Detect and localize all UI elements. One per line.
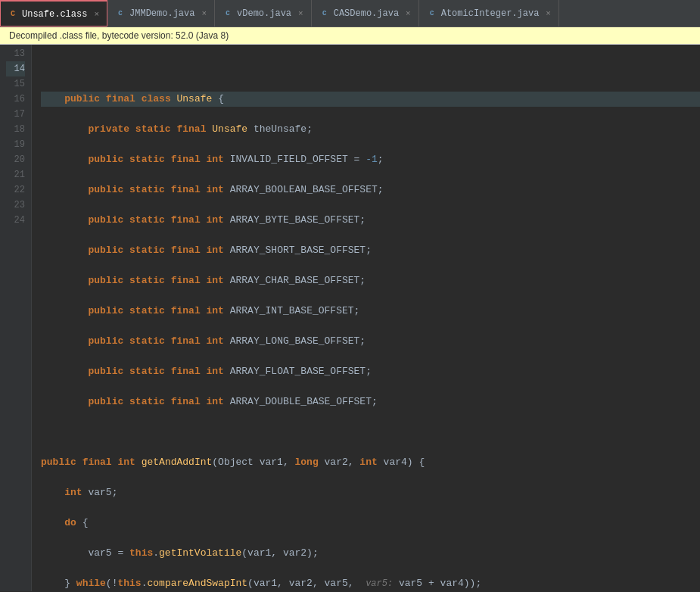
tab-icon-unsafe: C: [8, 9, 18, 20]
tab-close-vdemo[interactable]: ×: [298, 9, 303, 18]
line-number-21: 21: [6, 167, 25, 182]
code-line-15: private static final Unsafe theUnsafe;: [41, 122, 700, 137]
info-bar-text: Decompiled .class file, bytecode version…: [9, 30, 229, 41]
tab-bar: C Unsafe.class × c JMMDemo.java × c vDem…: [0, 0, 700, 27]
editor: 13 14 15 16 17 18 19 20 21 22 23 24 publ…: [0, 45, 700, 591]
tab-jmm[interactable]: c JMMDemo.java ×: [107, 0, 215, 26]
line-numbers: 13 14 15 16 17 18 19 20 21 22 23 24: [0, 45, 32, 591]
code-line-17: public static final int ARRAY_BOOLEAN_BA…: [41, 182, 700, 198]
tab-icon-casdemo: c: [319, 8, 330, 19]
code-line-method1-sig: public final int getAndAddInt(Object var…: [41, 455, 700, 470]
tab-close-unsafe[interactable]: ×: [94, 10, 99, 19]
tab-icon-vdemo: c: [222, 8, 233, 19]
code-line-20: public static final int ARRAY_CHAR_BASE_…: [41, 273, 700, 288]
code-line-method1-var5: int var5;: [41, 485, 700, 500]
line-number-23: 23: [6, 198, 25, 213]
code-line-23: public static final int ARRAY_FLOAT_BASE…: [41, 364, 700, 379]
line-number-22: 22: [6, 182, 25, 198]
line-number-15: 15: [6, 76, 25, 92]
line-number-14: 14: [6, 61, 25, 76]
line-number-16: 16: [6, 92, 25, 107]
code-area[interactable]: public final class Unsafe { private stat…: [32, 45, 700, 591]
code-line-19: public static final int ARRAY_SHORT_BASE…: [41, 243, 700, 258]
tab-label-atomic: AtomicInteger.java: [441, 8, 540, 19]
tab-casdemo[interactable]: c CASDemo.java ×: [312, 0, 419, 26]
tab-label-unsafe: Unsafe.class: [22, 9, 87, 20]
code-line-18: public static final int ARRAY_BYTE_BASE_…: [41, 213, 700, 228]
code-line-method1-while: } while(!this.compareAndSwapInt(var1, va…: [41, 576, 700, 591]
line-number-20: 20: [6, 152, 25, 167]
code-line-16: public static final int INVALID_FIELD_OF…: [41, 152, 700, 167]
tab-close-atomic[interactable]: ×: [546, 9, 551, 18]
line-number-24: 24: [6, 213, 25, 228]
tab-close-casdemo[interactable]: ×: [406, 9, 411, 18]
code-line-24: public static final int ARRAY_DOUBLE_BAS…: [41, 394, 700, 410]
code-line-22: public static final int ARRAY_LONG_BASE_…: [41, 334, 700, 349]
tab-unsafe[interactable]: C Unsafe.class ×: [0, 0, 107, 26]
line-number-19: 19: [6, 137, 25, 152]
code-line-blank1: [41, 425, 700, 440]
info-bar: Decompiled .class file, bytecode version…: [0, 27, 700, 45]
tab-label-casdemo: CASDemo.java: [334, 8, 399, 19]
line-number-13: 13: [6, 46, 25, 61]
tab-label-vdemo: vDemo.java: [237, 8, 291, 19]
code-line-14: public final class Unsafe {: [41, 92, 700, 107]
code-line-method1-do: do {: [41, 516, 700, 531]
tab-label-jmm: JMMDemo.java: [129, 8, 194, 19]
tab-atomic[interactable]: c AtomicInteger.java ×: [419, 0, 559, 26]
tab-vdemo[interactable]: c vDemo.java ×: [215, 0, 312, 26]
line-number-18: 18: [6, 122, 25, 137]
code-line-method1-assign: var5 = this.getIntVolatile(var1, var2);: [41, 546, 700, 561]
tab-icon-jmm: c: [115, 8, 126, 19]
tab-icon-atomic: c: [427, 8, 437, 19]
code-line-21: public static final int ARRAY_INT_BASE_O…: [41, 304, 700, 319]
line-number-17: 17: [6, 107, 25, 122]
tab-close-jmm[interactable]: ×: [201, 9, 207, 18]
code-line-13: [41, 61, 700, 76]
